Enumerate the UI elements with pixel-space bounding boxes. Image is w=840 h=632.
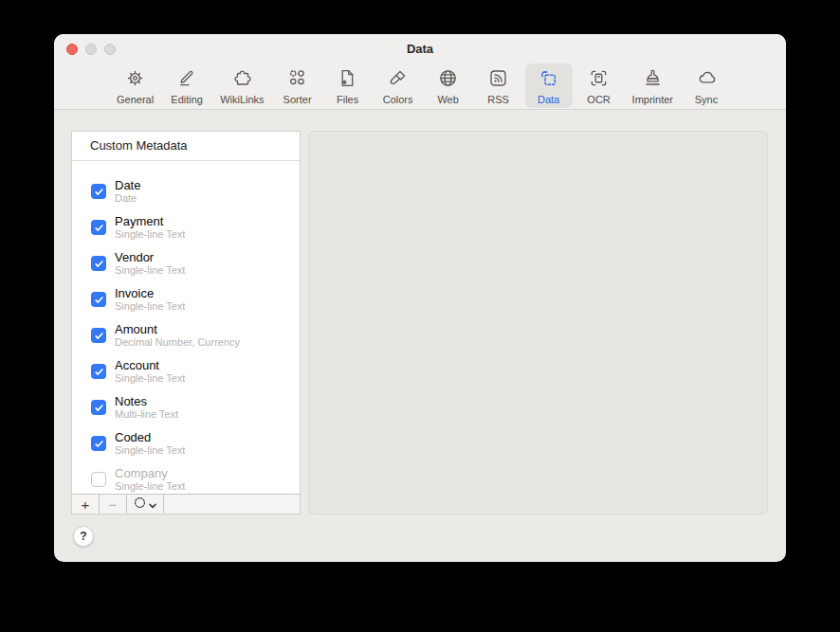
list-item-invoice[interactable]: InvoiceSingle-line Text (72, 281, 300, 317)
checkbox-checked[interactable] (91, 292, 106, 307)
tab-label: WikiLinks (220, 94, 264, 105)
item-type: Single-line Text (115, 444, 185, 457)
tab-label: Web (437, 94, 458, 105)
stamp-icon (642, 67, 664, 93)
list-item-notes[interactable]: NotesMulti-line Text (72, 389, 300, 425)
tab-colors[interactable]: Colors (374, 63, 422, 108)
item-type: Date (115, 192, 140, 205)
list-item-coded[interactable]: CodedSingle-line Text (72, 425, 300, 461)
item-type: Single-line Text (115, 372, 185, 385)
item-type: Decimal Number, Currency (115, 336, 240, 349)
file-gear-icon (337, 67, 358, 93)
panel-header: Custom Metadata (72, 132, 300, 161)
globe-icon (437, 67, 459, 93)
custom-metadata-panel: Custom Metadata DateDate PaymentSingle-l… (71, 131, 301, 515)
tab-label: RSS (487, 94, 509, 105)
checkbox-checked[interactable] (91, 436, 106, 451)
tab-ocr[interactable]: OCR (575, 63, 623, 108)
tab-sorter[interactable]: Sorter (274, 63, 321, 108)
item-label: Amount (115, 322, 240, 336)
metadata-list: DateDate PaymentSingle-line Text VendorS… (72, 161, 300, 494)
tab-label: Imprinter (632, 94, 673, 105)
preferences-window: Data General Editing (54, 34, 786, 562)
titlebar: Data (54, 34, 786, 63)
gear-icon (124, 67, 146, 93)
preferences-toolbar: General Editing WikiLinks (54, 62, 786, 111)
tab-wikilinks[interactable]: WikiLinks (213, 63, 270, 108)
tab-label: Files (337, 94, 358, 105)
content-area: Custom Metadata DateDate PaymentSingle-l… (54, 110, 786, 562)
cloud-icon (696, 67, 718, 93)
checkbox-checked[interactable] (91, 220, 106, 235)
checkbox-checked[interactable] (91, 400, 106, 415)
item-type: Single-line Text (115, 264, 185, 277)
screen: Data General Editing (0, 0, 840, 632)
tab-label: Sync (695, 94, 718, 105)
item-type: Single-line Text (115, 300, 185, 313)
checkbox-checked[interactable] (91, 256, 106, 271)
tab-imprinter[interactable]: Imprinter (626, 63, 680, 108)
list-footer-toolbar: + − (72, 494, 300, 514)
scan-icon (588, 67, 610, 93)
item-type: Multi-line Text (115, 408, 178, 421)
more-actions-button[interactable] (127, 495, 164, 514)
item-label: Coded (115, 430, 185, 444)
tab-files[interactable]: Files (324, 63, 372, 108)
puzzle-icon (231, 67, 253, 93)
help-button[interactable]: ? (73, 526, 94, 547)
add-metadata-button[interactable]: + (72, 495, 100, 514)
checkbox-checked[interactable] (91, 184, 106, 199)
item-label: Company (115, 466, 185, 480)
remove-metadata-button[interactable]: − (100, 495, 127, 514)
tab-web[interactable]: Web (425, 63, 472, 108)
checkbox-checked[interactable] (91, 364, 106, 379)
item-type: Single-line Text (115, 480, 185, 493)
selection-icon (538, 67, 559, 93)
tab-label: Data (538, 94, 559, 105)
item-label: Payment (115, 214, 185, 228)
item-type: Single-line Text (115, 228, 185, 241)
item-label: Notes (115, 394, 178, 408)
tab-rss[interactable]: RSS (475, 63, 522, 108)
list-item-account[interactable]: AccountSingle-line Text (72, 353, 300, 389)
checkbox-checked[interactable] (91, 328, 106, 343)
tab-label: General (117, 94, 154, 105)
window-title: Data (54, 34, 786, 63)
tab-editing[interactable]: Editing (163, 63, 210, 108)
pencil-icon (176, 67, 198, 93)
list-item-company[interactable]: CompanySingle-line Text (72, 461, 300, 494)
tab-label: Editing (171, 94, 203, 105)
brush-icon (387, 67, 409, 93)
list-item-date[interactable]: DateDate (72, 173, 300, 209)
tab-label: Colors (383, 94, 413, 105)
dashed-circle-icon (134, 496, 146, 513)
detail-pane-empty (308, 131, 768, 515)
rss-icon (487, 67, 509, 93)
tab-label: Sorter (283, 94, 312, 105)
circles-icon (286, 67, 308, 93)
checkbox-unchecked[interactable] (91, 472, 106, 487)
tab-general[interactable]: General (110, 63, 160, 108)
tab-data[interactable]: Data (525, 63, 573, 108)
window-chrome: Data General Editing (54, 34, 786, 110)
tab-sync[interactable]: Sync (683, 63, 730, 108)
item-label: Vendor (115, 250, 185, 264)
list-item-payment[interactable]: PaymentSingle-line Text (72, 209, 300, 245)
item-label: Invoice (115, 286, 185, 300)
list-item-vendor[interactable]: VendorSingle-line Text (72, 245, 300, 281)
item-label: Account (115, 358, 185, 372)
tab-label: OCR (587, 94, 610, 105)
list-item-amount[interactable]: AmountDecimal Number, Currency (72, 317, 300, 353)
item-label: Date (115, 178, 140, 192)
chevron-down-icon (149, 496, 156, 513)
